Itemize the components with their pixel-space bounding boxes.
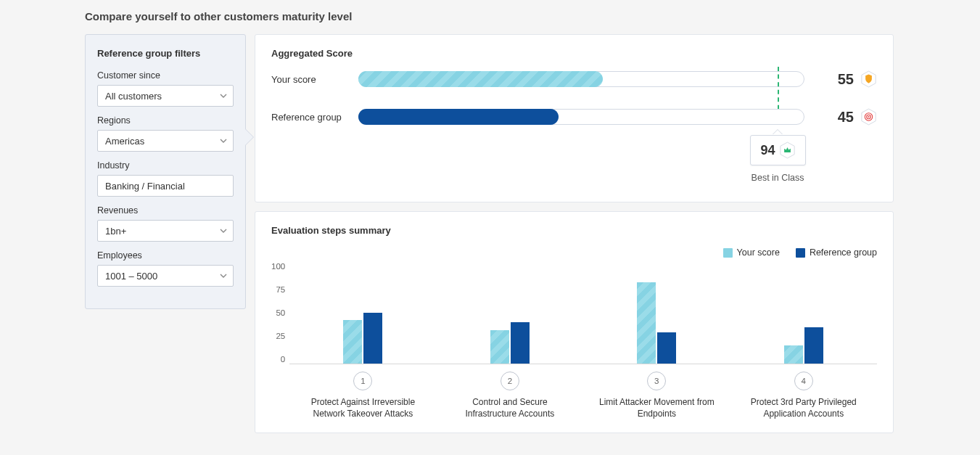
page-title: Compare yourself to other customers matu… [85, 10, 980, 22]
legend-item-ref: Reference group [796, 247, 877, 258]
bar-yours-4 [784, 345, 803, 364]
best-in-class-callout: 94Best in Class [741, 135, 815, 183]
legend-item-yours: Your score [723, 247, 780, 258]
filter-value-0: All customers [105, 91, 162, 102]
svg-point-2 [868, 116, 869, 118]
chevron-down-icon [220, 137, 227, 144]
filter-value-4: 1001 – 5000 [105, 271, 157, 282]
score-value-ref: 45 [818, 109, 854, 126]
bar-ref-2 [511, 322, 530, 364]
score-track-ref [358, 109, 804, 125]
bar-yours-3 [637, 282, 656, 364]
score-row-yours: Your score94Best in Class55 [271, 70, 877, 88]
chevron-down-icon [220, 227, 227, 234]
step-label-4: Protect 3rd Party Privileged Application… [742, 396, 865, 419]
best-in-class-value: 94 [761, 143, 775, 158]
chart-group-1 [289, 262, 436, 364]
evaluation-summary-card: Evaluation steps summary Your scoreRefer… [255, 211, 894, 433]
ytick-0: 0 [271, 355, 285, 364]
filter-label-1: Regions [97, 115, 234, 126]
chart-category-2: 2Control and Secure Infrastructure Accou… [437, 372, 583, 419]
filter-label-3: Revenues [97, 205, 234, 216]
bar-ref-4 [804, 327, 823, 364]
step-label-3: Limit Attacker Movement from Endpoints [595, 396, 718, 419]
step-label-2: Control and Secure Infrastructure Accoun… [448, 396, 572, 419]
evaluation-summary-title: Evaluation steps summary [271, 225, 877, 236]
score-row-ref: Reference group45 [271, 108, 877, 126]
filter-label-2: Industry [97, 160, 234, 171]
score-value-yours: 55 [818, 71, 854, 88]
sidebar-title: Reference group filters [97, 48, 234, 59]
crown-icon [780, 142, 795, 159]
filter-select-2[interactable]: Banking / Financial [97, 175, 234, 197]
chevron-down-icon [220, 92, 227, 99]
chart-group-3 [583, 262, 730, 364]
target-icon [860, 108, 877, 126]
ytick-25: 25 [271, 332, 285, 340]
filter-value-1: Americas [105, 136, 144, 147]
step-label-1: Protect Against Irreversible Network Tak… [301, 396, 424, 419]
bar-yours-2 [490, 330, 509, 364]
step-number-4: 4 [794, 372, 813, 390]
filter-label-4: Employees [97, 250, 234, 261]
aggregated-score-title: Aggregated Score [271, 48, 877, 59]
aggregated-score-card: Aggregated Score Your score94Best in Cla… [255, 34, 894, 202]
filter-value-2: Banking / Financial [105, 181, 185, 192]
filter-select-3[interactable]: 1bn+ [97, 220, 234, 242]
filter-select-0[interactable]: All customers [97, 85, 234, 107]
filter-select-1[interactable]: Americas [97, 130, 234, 152]
chart-group-4 [730, 262, 877, 364]
ytick-100: 100 [271, 262, 285, 271]
chart-y-axis: 1007550250 [271, 262, 289, 364]
ytick-75: 75 [271, 285, 285, 294]
chart-legend: Your scoreReference group [271, 247, 877, 258]
chevron-down-icon [220, 272, 227, 279]
chart-group-2 [437, 262, 583, 364]
reference-group-filters-panel: Reference group filters Customer sinceAl… [85, 34, 246, 309]
score-track-yours [358, 71, 804, 87]
step-number-1: 1 [353, 372, 372, 390]
ytick-50: 50 [271, 308, 285, 317]
filter-select-4[interactable]: 1001 – 5000 [97, 265, 234, 287]
chart-category-1: 1Protect Against Irreversible Network Ta… [289, 372, 436, 419]
step-number-2: 2 [501, 372, 519, 390]
step-number-3: 3 [647, 372, 666, 390]
best-in-class-label: Best in Class [752, 173, 804, 183]
chart-x-axis: 1Protect Against Irreversible Network Ta… [289, 372, 877, 419]
bar-ref-1 [363, 313, 382, 364]
score-label-yours: Your score [271, 74, 358, 85]
chart-category-3: 3Limit Attacker Movement from Endpoints [583, 372, 730, 419]
evaluation-chart: 1007550250 1Protect Against Irreversible… [271, 262, 877, 419]
filter-label-0: Customer since [97, 70, 234, 81]
bar-yours-1 [343, 320, 362, 364]
score-label-ref: Reference group [271, 112, 358, 123]
filter-value-3: 1bn+ [105, 226, 126, 237]
shield-icon [860, 70, 877, 88]
bar-ref-3 [657, 332, 676, 364]
chart-category-4: 4Protect 3rd Party Privileged Applicatio… [730, 372, 877, 419]
